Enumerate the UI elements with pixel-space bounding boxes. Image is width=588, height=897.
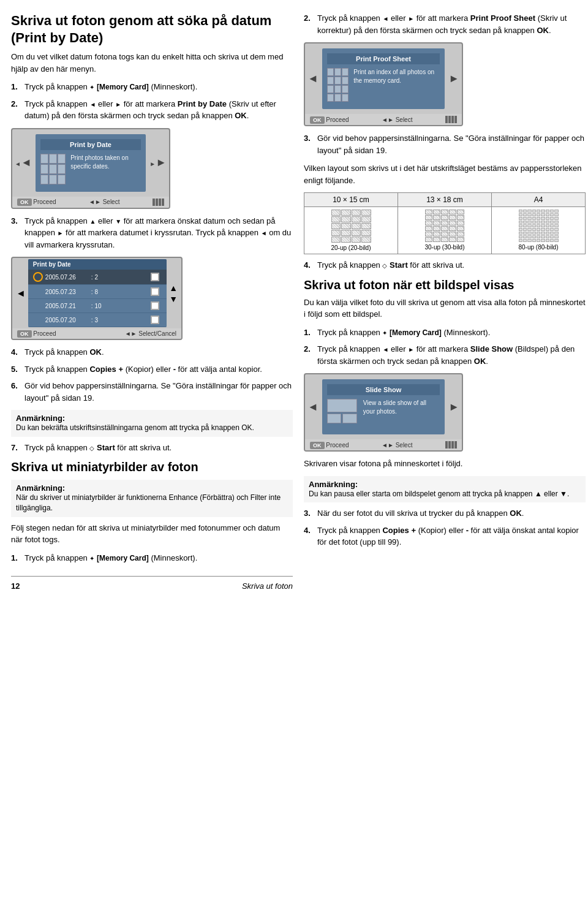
proof-body: Print an index of all photos on the memo… — [351, 67, 440, 102]
note-1: Anmärkning: Du kan bekräfta utskriftsins… — [11, 410, 293, 437]
step-sec2-1: 1. Tryck på knappen [Memory Card] (Minne… — [11, 552, 293, 564]
slide-nav-right[interactable]: ► — [448, 401, 459, 414]
screen1-body: Print photos taken on specific dates. — [68, 153, 141, 184]
step-sec2-1-content: Tryck på knappen [Memory Card] (Minnesko… — [24, 552, 293, 564]
step-sec3b-4: 4. Tryck på knappen Copies + (Kopior) el… — [304, 524, 586, 548]
note-1-text: Du kan bekräfta utskriftsinställningarna… — [16, 423, 254, 432]
slide-ok: OK Proceed — [310, 442, 349, 449]
copies-minus-label-2: - — [466, 526, 469, 535]
layout-80up: 80-up (80-bild) — [492, 207, 586, 254]
proof-select: ◄► Select — [382, 116, 412, 123]
start-icon — [89, 443, 94, 452]
print-by-date-list-screen: ◄ Print by Date 2005.07.26 : 2 2005.07.2… — [11, 257, 183, 340]
steps-list-2: 3. Tryck på knappen eller för att marker… — [11, 215, 293, 251]
step-sec3-2-num: 2. — [304, 343, 315, 355]
pbd-count-1: : 2 — [91, 274, 151, 281]
step-sec3-1-num: 1. — [304, 327, 315, 339]
step-right-3-content: Gör vid behov pappersinställningarna. Se… — [317, 132, 586, 156]
pbd-count-3: : 10 — [91, 303, 151, 309]
start-label: Start — [97, 443, 115, 452]
pbd-checkbox-1[interactable] — [151, 273, 159, 281]
ok-btn[interactable]: OK — [17, 199, 32, 206]
pbd-nav-row: ◄ Print by Date 2005.07.26 : 2 2005.07.2… — [12, 258, 181, 328]
step-right-2-num: 2. — [304, 12, 315, 25]
proof-ok: OK Proceed — [310, 116, 349, 123]
step-2-content: Tryck på knappen eller för att markera P… — [24, 98, 293, 122]
section2-intro: Följ stegen nedan för att skriva ut mini… — [11, 522, 293, 546]
arrow-right-icon-2 — [58, 228, 64, 237]
screen1-ok: OK Proceed — [17, 199, 56, 205]
proof-sheet-screen: ◄ Print Proof Sheet — [304, 42, 463, 126]
memory-card-icon — [89, 82, 94, 91]
memory-card-label-3: [Memory Card] — [390, 328, 442, 337]
note-2-label: Anmärkning: — [16, 483, 65, 493]
arrow-left-icon — [89, 99, 96, 108]
layout-20up: 20-up (20-bild) — [304, 207, 398, 254]
ok-label-2: OK — [89, 347, 102, 357]
steps-right-2: 3. Gör vid behov pappersinställningarna.… — [304, 132, 586, 156]
slide-title: Slide Show — [327, 384, 440, 395]
copies-plus-label-2: Copies + — [382, 526, 416, 535]
memory-card-label: [Memory Card] — [97, 83, 149, 91]
pbd-date-4: 2005.07.20 — [45, 317, 91, 324]
pbd-nav-up[interactable]: ▲ — [169, 283, 178, 293]
section2-title: Skriva ut miniatyrbilder av foton — [11, 460, 293, 475]
proof-title: Print Proof Sheet — [327, 53, 440, 64]
step-6-content: Gör vid behov pappersinställningarna. Se… — [24, 380, 293, 404]
steps-sec3b: 3. När du ser fotot du vill skriva ut tr… — [304, 507, 586, 548]
print-by-date-screen: ◄ Print by Date — [11, 128, 170, 209]
step-right-3: 3. Gör vid behov pappersinställningarna.… — [304, 132, 586, 156]
step-7-num: 7. — [11, 442, 22, 454]
pbd-row-1: 2005.07.26 : 2 — [28, 270, 167, 285]
proof-nav-left[interactable]: ◄ — [307, 72, 318, 85]
screen1-title: Print by Date — [40, 139, 141, 150]
screen1-footer: OK Proceed ◄► Select — [12, 197, 169, 208]
step-sec2-1-num: 1. — [11, 552, 22, 564]
arrow-up-icon — [89, 216, 96, 225]
left-column: Skriva ut foton genom att söka på datum … — [11, 12, 293, 885]
proof-nav-right[interactable]: ► — [448, 72, 459, 85]
pbd-checkbox-3[interactable] — [151, 301, 159, 310]
slide-ok-btn[interactable]: OK — [310, 442, 325, 449]
screen1-nav-left[interactable]: ◄ — [15, 156, 32, 169]
section3-title: Skriva ut foton när ett bildspel visas — [304, 278, 586, 293]
slide-select: ◄► Select — [382, 442, 412, 449]
pbd-date-1: 2005.07.26 — [45, 274, 91, 281]
ok-label: OK — [235, 111, 247, 120]
pbd-nav-down[interactable]: ▼ — [169, 294, 178, 304]
step-3-content: Tryck på knappen eller för att markera ö… — [24, 215, 293, 251]
steps-list-4: 7. Tryck på knappen Start för att skriva… — [11, 442, 293, 454]
step-6-num: 6. — [11, 380, 22, 392]
step-6: 6. Gör vid behov pappersinställningarna.… — [11, 380, 293, 404]
after-screen-text: Skrivaren visar fotona på minneskortet i… — [304, 458, 586, 470]
step-7-content: Tryck på knappen Start för att skriva ut… — [24, 442, 293, 454]
pbd-nav-left[interactable]: ◄ — [16, 288, 26, 299]
step-sec3b-4-content: Tryck på knappen Copies + (Kopior) eller… — [317, 524, 586, 548]
pbd-ok-btn[interactable]: OK — [17, 330, 32, 338]
arrow-left-s3 — [382, 344, 388, 354]
step-sec3-1: 1. Tryck på knappen [Memory Card] (Minne… — [304, 327, 586, 339]
step-sec3b-4-num: 4. — [304, 524, 315, 537]
pbd-checkbox-4[interactable] — [151, 316, 159, 324]
step-4: 4. Tryck på knappen OK. — [11, 346, 293, 358]
step-right-4-content: Tryck på knappen Start för att skriva ut… — [317, 259, 586, 271]
step-3: 3. Tryck på knappen eller för att marker… — [11, 215, 293, 251]
step-2: 2. Tryck på knappen eller för att marker… — [11, 98, 293, 122]
note-3-label: Anmärkning: — [309, 480, 358, 489]
slide-nav-left[interactable]: ◄ — [307, 401, 318, 414]
copies-minus-label: - — [173, 365, 176, 374]
note-1-label: Anmärkning: — [16, 414, 65, 423]
arrow-left-r — [382, 13, 388, 23]
screen1-nav-right[interactable]: ► — [149, 156, 167, 169]
step-sec3b-3-content: När du ser fotot du vill skriva ut tryck… — [317, 507, 586, 520]
pbd-count-2: : 8 — [91, 289, 151, 295]
proof-ok-btn[interactable]: OK — [310, 116, 325, 124]
main-title: Skriva ut foton genom att söka på datum … — [11, 12, 293, 46]
step-1-content: Tryck på knappen [Memory Card] (Minnesko… — [24, 81, 293, 93]
page-number: 12 — [11, 581, 20, 591]
note-2: Anmärkning: När du skriver ut miniatyrbi… — [11, 480, 293, 517]
steps-right-3: 4. Tryck på knappen Start för att skriva… — [304, 259, 586, 271]
ok-label-r: OK — [537, 26, 549, 35]
pbd-checkbox-2[interactable] — [151, 287, 159, 296]
start-label-r: Start — [390, 260, 408, 270]
